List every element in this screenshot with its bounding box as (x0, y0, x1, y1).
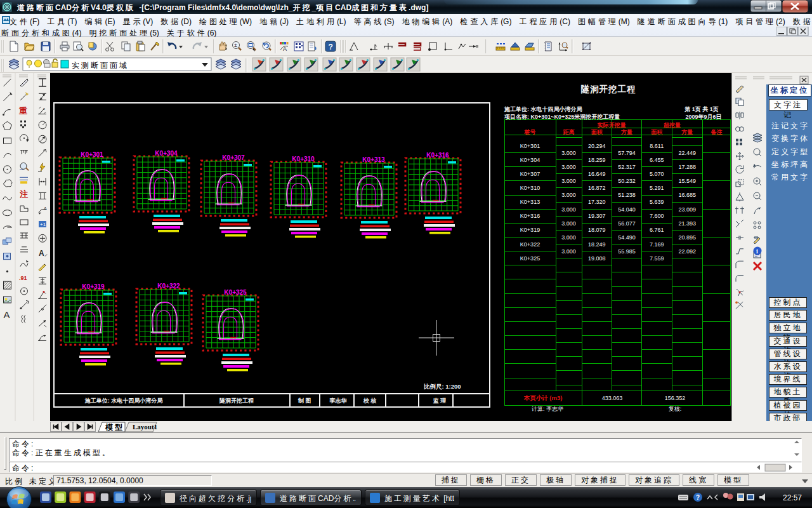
svg-text:K0+310: K0+310 (292, 156, 315, 163)
svg-text:A: A (283, 46, 287, 52)
svg-text:K0+304: K0+304 (155, 150, 178, 157)
svg-text:20.294: 20.294 (588, 143, 606, 149)
svg-text:22.449: 22.449 (678, 150, 696, 156)
svg-text:6.761: 6.761 (650, 227, 664, 233)
svg-text:比例尺: 1:200: 比例尺: 1:200 (424, 383, 461, 390)
svg-text:57.794: 57.794 (618, 150, 636, 156)
svg-text:施工单位: 水电十四局小湾分局: 施工单位: 水电十四局小湾分局 (504, 106, 582, 112)
svg-text:隧洞开挖工程: 隧洞开挖工程 (219, 398, 254, 404)
svg-text:19.008: 19.008 (588, 255, 606, 262)
svg-text:K0+316: K0+316 (426, 152, 449, 159)
svg-text:校 核: 校 核 (363, 398, 377, 404)
svg-text:5.070: 5.070 (650, 171, 664, 177)
svg-text:K0+301: K0+301 (520, 143, 540, 149)
svg-text:K0+307: K0+307 (520, 171, 540, 177)
svg-text:3.000: 3.000 (561, 248, 576, 255)
svg-text:54.490: 54.490 (618, 234, 636, 241)
svg-text:54.040: 54.040 (618, 206, 636, 213)
svg-text:x: x (43, 107, 45, 110)
svg-text:?: ? (329, 43, 333, 51)
svg-text:K0+304: K0+304 (520, 157, 540, 163)
svg-text:重: 重 (19, 106, 27, 116)
svg-text:17.320: 17.320 (588, 199, 606, 205)
svg-text:K0+316: K0+316 (520, 213, 540, 219)
svg-text:K0+313: K0+313 (362, 156, 385, 163)
svg-text:距离: 距离 (563, 129, 575, 135)
svg-text:K0+319: K0+319 (520, 227, 540, 233)
svg-text:A: A (44, 206, 47, 211)
svg-text:A: A (39, 249, 44, 258)
svg-text:计算: 李志华: 计算: 李志华 (531, 406, 563, 412)
svg-text:K0+322: K0+322 (157, 283, 180, 290)
svg-text:3.000: 3.000 (561, 164, 576, 170)
svg-text:面积: 面积 (591, 129, 603, 135)
svg-text:17.288: 17.288 (678, 164, 696, 170)
svg-text:20.895: 20.895 (678, 234, 696, 241)
svg-text:面积: 面积 (651, 129, 663, 135)
svg-text:本页小计 (m3): 本页小计 (m3) (523, 394, 563, 401)
svg-text:433.063: 433.063 (602, 395, 623, 401)
svg-text:施工单位: 水电十四局小湾分局: 施工单位: 水电十四局小湾分局 (84, 398, 163, 404)
svg-text:K0+307: K0+307 (222, 154, 245, 161)
svg-text:方量: 方量 (620, 129, 632, 135)
svg-text:复核:: 复核: (669, 406, 682, 412)
svg-text:第 1页 共 1页: 第 1页 共 1页 (684, 106, 719, 112)
svg-text:8.611: 8.611 (650, 143, 664, 149)
svg-text:K0+310: K0+310 (520, 185, 540, 191)
svg-text:K0+322: K0+322 (520, 241, 540, 248)
svg-text:16.872: 16.872 (588, 185, 606, 191)
svg-text:+1: +1 (40, 222, 46, 227)
svg-text:18.259: 18.259 (588, 157, 606, 163)
svg-text:7.600: 7.600 (650, 213, 664, 219)
svg-text:±: ± (234, 42, 237, 48)
svg-text:备注: 备注 (710, 129, 723, 135)
svg-text:隧洞开挖工程: 隧洞开挖工程 (581, 84, 636, 94)
svg-text:2009年9月6日: 2009年9月6日 (685, 114, 721, 120)
svg-text:23.009: 23.009 (678, 206, 696, 213)
svg-text:K0+325: K0+325 (224, 289, 247, 296)
svg-text:项目名称: K0+301~K0+325米洞挖开挖工程量: 项目名称: K0+301~K0+325米洞挖开挖工程量 (504, 114, 620, 120)
svg-text:3.000: 3.000 (561, 234, 576, 241)
svg-text:监 理: 监 理 (433, 398, 447, 404)
svg-text:3.000: 3.000 (561, 206, 576, 213)
svg-text:3.000: 3.000 (561, 192, 576, 198)
svg-text:制 图: 制 图 (298, 398, 311, 404)
svg-text:156.352: 156.352 (665, 395, 686, 401)
svg-text:K0+325: K0+325 (520, 255, 540, 262)
svg-text:5.639: 5.639 (650, 199, 664, 205)
svg-text:?: ? (696, 494, 700, 501)
svg-text:18.249: 18.249 (588, 241, 606, 248)
svg-text:A: A (4, 309, 10, 320)
svg-text:.91: .91 (19, 275, 27, 281)
svg-text:22.092: 22.092 (678, 248, 696, 255)
svg-text:55.985: 55.985 (618, 248, 636, 255)
svg-text:18.079: 18.079 (588, 227, 606, 233)
svg-text:19.307: 19.307 (588, 213, 606, 219)
svg-text:K0+313: K0+313 (520, 199, 540, 205)
svg-text:超挖量: 超挖量 (663, 122, 681, 128)
svg-text:7.169: 7.169 (650, 241, 664, 248)
svg-text:7.559: 7.559 (650, 255, 664, 262)
svg-text:K0+319: K0+319 (82, 283, 105, 290)
svg-text:52.317: 52.317 (618, 164, 636, 170)
svg-text:K0+301: K0+301 (81, 151, 103, 158)
svg-text:16.685: 16.685 (678, 192, 696, 198)
svg-text:5.291: 5.291 (650, 185, 664, 191)
svg-text:3.000: 3.000 (561, 150, 576, 156)
svg-text:i: i (756, 248, 758, 255)
svg-text:6.455: 6.455 (650, 157, 664, 163)
svg-text:李志华: 李志华 (329, 398, 348, 404)
svg-text:3.000: 3.000 (561, 178, 576, 184)
svg-text:桩号: 桩号 (524, 129, 536, 135)
svg-text:50.232: 50.232 (618, 178, 636, 184)
svg-text:注: 注 (20, 189, 29, 199)
svg-text:3.000: 3.000 (561, 220, 576, 227)
svg-text:15.549: 15.549 (678, 178, 696, 184)
svg-text:56.077: 56.077 (618, 220, 636, 227)
svg-text:实际开挖量: 实际开挖量 (598, 122, 626, 128)
svg-text:方量: 方量 (681, 129, 693, 135)
svg-text:16.649: 16.649 (588, 171, 606, 177)
svg-text:51.238: 51.238 (618, 192, 636, 198)
svg-text:21.393: 21.393 (678, 220, 696, 227)
